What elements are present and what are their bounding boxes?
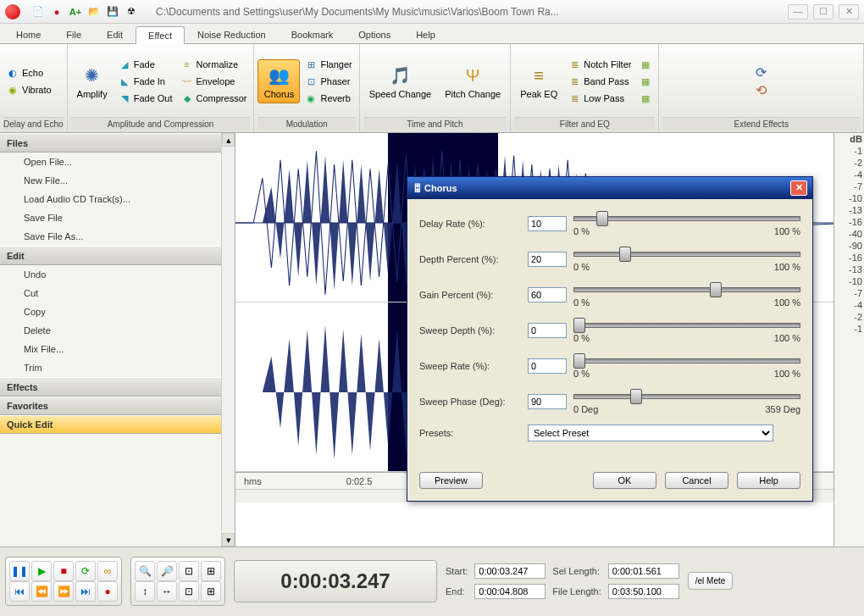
stop-button[interactable]: ■ (53, 561, 74, 581)
sidebar-item[interactable]: Load Audio CD Track(s)... (0, 190, 235, 208)
value-input[interactable] (528, 252, 567, 267)
sidebar-favorites-header[interactable]: Favorites (0, 397, 235, 415)
sidebar-edit-header[interactable]: Edit⌃ (0, 246, 235, 265)
zoom-sel-button[interactable]: ⊡ (179, 561, 199, 581)
loop-button[interactable]: ∞ (97, 561, 118, 581)
band-pass-button[interactable]: ≣Band Pass (565, 74, 634, 89)
echo-button[interactable]: ◐Echo (3, 65, 55, 80)
save-icon[interactable]: 💾 (106, 5, 119, 19)
text-icon[interactable]: A+ (69, 5, 82, 19)
menu-tab-options[interactable]: Options (346, 25, 403, 43)
sidebar-item[interactable]: Trim (0, 358, 235, 377)
sidebar-scrollbar[interactable]: ▴▾ (221, 133, 235, 547)
sidebar-item[interactable]: Open File... (0, 153, 235, 171)
close-window-button[interactable]: ✕ (839, 4, 859, 19)
value-input[interactable] (528, 323, 567, 338)
pitch-change-button[interactable]: ΨPitch Change (439, 59, 507, 103)
sidebar-files-header[interactable]: Files⌃ (0, 133, 235, 153)
extend-icon1[interactable]: ⟳ (756, 64, 767, 80)
help-button[interactable]: Help (737, 472, 800, 489)
low-pass-button[interactable]: ≣Low Pass (565, 91, 634, 106)
menu-tab-edit[interactable]: Edit (94, 25, 136, 43)
skip-end-button[interactable]: ⏭ (75, 581, 96, 602)
maximize-button[interactable]: ☐ (813, 4, 834, 19)
sidebar-item[interactable]: Mix File... (0, 340, 235, 358)
sidebar-quickedit-header[interactable]: Quick Edit (0, 415, 235, 434)
dialog-titlebar[interactable]: 🎛 Chorus ✕ (407, 177, 812, 199)
value-input[interactable] (528, 358, 567, 374)
forward-button[interactable]: ⏩ (53, 581, 74, 602)
menu-tab-noise-reduction[interactable]: Noise Reduction (185, 25, 279, 43)
filter-extra3[interactable]: ▦ (636, 91, 655, 106)
menu-tab-home[interactable]: Home (3, 25, 53, 43)
value-input[interactable] (528, 394, 567, 409)
envelope-button[interactable]: 〰Envelope (178, 74, 251, 89)
fade-out-button[interactable]: ◥Fade Out (115, 91, 176, 106)
normalize-button[interactable]: ≡Normalize (178, 57, 251, 72)
sidebar-item[interactable]: Undo (0, 265, 235, 284)
vibrato-icon: ◉ (7, 84, 19, 96)
vibrato-button[interactable]: ◉Vibrato (3, 82, 55, 97)
zoom-v-in-button[interactable]: ↕ (135, 581, 155, 602)
sidebar-item[interactable]: Save File As... (0, 227, 235, 246)
rewind-button[interactable]: ⏪ (31, 581, 52, 602)
record-button[interactable]: ● (97, 581, 118, 602)
start-field[interactable] (474, 563, 546, 579)
play-button[interactable]: ▶ (31, 561, 52, 581)
zoom-reset-button[interactable]: ⊞ (201, 581, 221, 602)
fade-in-button[interactable]: ◣Fade In (115, 74, 176, 89)
value-input[interactable] (528, 287, 567, 302)
sel-length-field[interactable] (608, 563, 679, 579)
minimize-button[interactable]: — (788, 4, 808, 19)
menu-tab-effect[interactable]: Effect (136, 26, 185, 44)
presets-select[interactable]: Select Preset (528, 425, 773, 441)
flanger-button[interactable]: ⊞Flanger (302, 57, 355, 72)
cancel-button[interactable]: Cancel (665, 472, 728, 489)
preview-button[interactable]: Preview (419, 472, 483, 489)
sidebar-item[interactable]: Cut (0, 284, 235, 302)
filter-extra2[interactable]: ▦ (636, 74, 655, 89)
zoom-v-out-button[interactable]: ↔ (157, 581, 177, 602)
sidebar-item[interactable]: Save File (0, 208, 235, 227)
end-field[interactable] (474, 584, 546, 599)
compressor-button[interactable]: ◆Compressor (178, 91, 251, 106)
open-folder-icon[interactable]: 📂 (87, 5, 101, 19)
chorus-button[interactable]: 👥Chorus (258, 59, 300, 103)
skip-start-button[interactable]: ⏮ (9, 581, 30, 602)
slider[interactable]: 0 %100 % (573, 247, 800, 272)
menu-tab-bookmark[interactable]: Bookmark (279, 25, 346, 43)
slider[interactable]: 0 Deg359 Deg (573, 389, 800, 414)
zoom-full-button[interactable]: ⊞ (201, 561, 221, 581)
dialog-close-button[interactable]: ✕ (790, 180, 807, 196)
extend-icon2[interactable]: ⟲ (756, 82, 767, 98)
zoom-out-button[interactable]: 🔎 (157, 561, 177, 581)
play-loop-button[interactable]: ⟳ (75, 561, 96, 581)
new-file-icon[interactable]: 📄 (31, 5, 45, 19)
slider[interactable]: 0 %100 % (573, 353, 800, 379)
menu-tab-help[interactable]: Help (403, 25, 448, 43)
notch-filter-button[interactable]: ≣Notch Filter (565, 57, 634, 72)
record-icon[interactable]: ● (50, 5, 64, 19)
ok-button[interactable]: OK (593, 472, 656, 489)
menu-tab-file[interactable]: File (53, 25, 94, 43)
peak-eq-button[interactable]: ≡Peak EQ (514, 59, 563, 103)
sidebar-item[interactable]: New File... (0, 171, 235, 190)
file-length-field[interactable] (608, 584, 679, 599)
slider[interactable]: 0 %100 % (573, 282, 800, 308)
zoom-in-button[interactable]: 🔍 (135, 561, 155, 581)
fade-button[interactable]: ◢Fade (115, 57, 176, 72)
zoom-fit-button[interactable]: ⊡ (179, 581, 199, 602)
filter-extra1[interactable]: ▦ (636, 57, 655, 72)
sidebar-item[interactable]: Delete (0, 321, 235, 340)
phaser-button[interactable]: ⊡Phaser (302, 74, 355, 89)
sidebar-effects-header[interactable]: Effects⌄ (0, 377, 235, 397)
reverb-button[interactable]: ◉Reverb (302, 91, 355, 106)
speed-change-button[interactable]: 🎵Speed Change (363, 59, 437, 103)
slider[interactable]: 0 %100 % (573, 318, 800, 343)
amplify-button[interactable]: ✺Amplify (71, 59, 114, 103)
sidebar-item[interactable]: Copy (0, 302, 235, 321)
value-input[interactable] (528, 216, 567, 231)
pause-button[interactable]: ❚❚ (9, 561, 30, 581)
hazard-icon[interactable]: ☢ (125, 5, 138, 19)
slider[interactable]: 0 %100 % (573, 211, 800, 236)
